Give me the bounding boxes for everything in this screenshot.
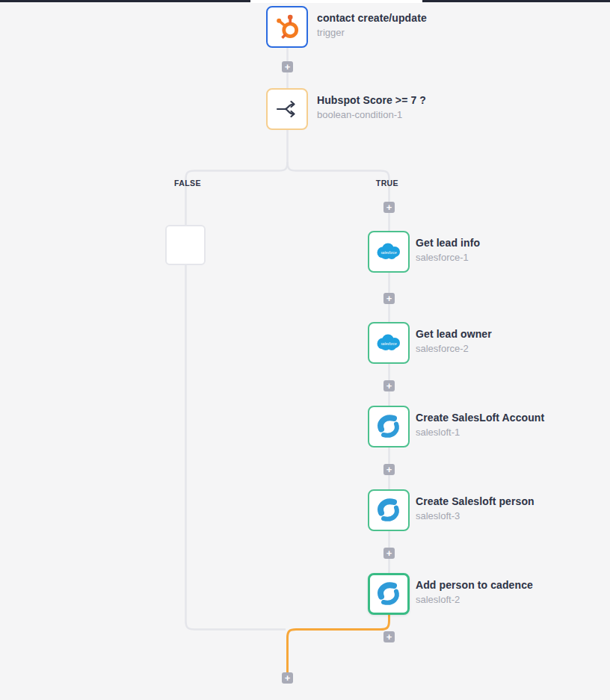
step-title: Create SalesLoft Account: [416, 412, 544, 424]
salesforce-icon: salesforce: [373, 331, 404, 355]
workflow-canvas: contact create/update trigger + Hubspot …: [0, 0, 610, 700]
window-edge-right: [422, 0, 610, 2]
add-step-button[interactable]: +: [383, 380, 395, 391]
trigger-title: contact create/update: [317, 12, 427, 24]
salesforce-icon: salesforce: [373, 240, 404, 264]
plus-icon: +: [386, 465, 392, 474]
add-step-button[interactable]: +: [383, 202, 395, 213]
plus-icon: +: [285, 673, 291, 683]
active-path-line: [288, 613, 389, 674]
step-title: Add person to cadence: [416, 579, 533, 591]
salesloft-icon: [375, 497, 402, 524]
empty-step-placeholder[interactable]: [165, 225, 206, 265]
step-title: Create Salesloft person: [416, 495, 534, 507]
plus-icon: +: [386, 202, 392, 212]
plus-icon: +: [386, 548, 392, 558]
svg-text:salesforce: salesforce: [381, 342, 397, 346]
window-edge-gap: [250, 0, 422, 3]
step-subtitle: salesloft-2: [416, 594, 533, 605]
trigger-node[interactable]: [266, 6, 308, 48]
step-node-salesloft-1[interactable]: [368, 406, 410, 447]
condition-subtitle: boolean-condition-1: [317, 109, 426, 120]
plus-icon: +: [386, 381, 392, 391]
add-step-button[interactable]: +: [383, 548, 395, 559]
step-node-salesloft-3[interactable]: [368, 489, 410, 531]
branch-label-true: TRUE: [374, 179, 398, 188]
add-step-button[interactable]: +: [383, 631, 395, 642]
branch-label-false: FALSE: [174, 179, 201, 188]
add-step-button[interactable]: +: [383, 464, 395, 475]
svg-text:salesforce: salesforce: [381, 251, 397, 255]
condition-title: Hubspot Score >= 7 ?: [317, 94, 426, 106]
step-node-salesforce-2[interactable]: salesforce: [368, 322, 410, 364]
add-step-button[interactable]: +: [282, 61, 293, 72]
step-node-salesforce-1[interactable]: salesforce: [368, 231, 410, 273]
step-subtitle: salesforce-1: [416, 252, 480, 263]
plus-icon: +: [285, 62, 291, 72]
condition-node[interactable]: [266, 88, 308, 130]
hubspot-icon: [273, 13, 301, 41]
step-node-salesloft-2[interactable]: [368, 573, 410, 615]
step-title: Get lead owner: [416, 328, 492, 340]
add-step-button[interactable]: +: [282, 672, 293, 684]
salesloft-icon: [375, 580, 402, 607]
add-step-button[interactable]: +: [383, 293, 395, 304]
plus-icon: +: [386, 632, 392, 642]
step-subtitle: salesforce-2: [416, 343, 492, 354]
step-title: Get lead info: [416, 237, 480, 249]
boolean-branch-icon: [274, 96, 301, 123]
step-subtitle: salesloft-3: [416, 510, 534, 521]
trigger-subtitle: trigger: [317, 27, 427, 38]
step-subtitle: salesloft-1: [416, 427, 544, 438]
salesloft-icon: [375, 413, 402, 440]
window-edge-left: [0, 0, 250, 2]
plus-icon: +: [386, 294, 392, 303]
